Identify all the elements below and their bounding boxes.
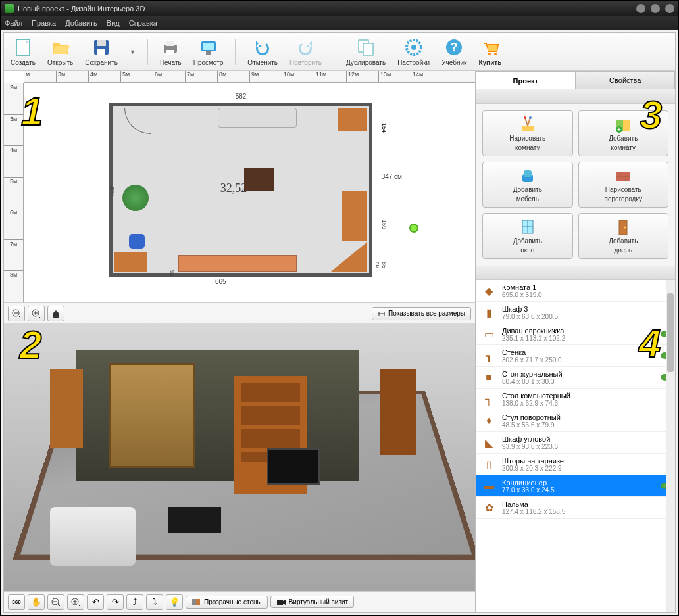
help-button[interactable]: ?Учебник [441, 37, 466, 66]
sofa-bottom-plan[interactable] [178, 255, 297, 272]
menu-help[interactable]: Справка [129, 19, 157, 27]
zoom-in-3d-button[interactable] [67, 594, 84, 610]
save-button[interactable]: Сохранить [85, 37, 118, 66]
ruler-horizontal: м3м4м5м6м7м8м9м10м11м12м13м14м [24, 71, 475, 83]
list-item[interactable]: ▮Шкаф 379.0 x 63.6 x 200.5 [476, 302, 675, 323]
menu-view[interactable]: Вид [107, 19, 120, 27]
list-item[interactable]: ✿Пальма127.4 x 116.2 x 158.5 [476, 497, 675, 519]
print-button[interactable]: Печать [160, 37, 182, 66]
object-icon: ▬ [481, 478, 497, 494]
svg-line-30 [58, 604, 60, 606]
toolbar: Создать Открыть Сохранить ▼ Печать Просм… [4, 33, 675, 71]
close-button[interactable] [665, 4, 674, 13]
object-icon: ✿ [481, 500, 497, 515]
settings-button[interactable]: Настройки [397, 37, 430, 66]
svg-rect-47 [524, 170, 532, 177]
add-window-button[interactable]: Добавитьокно [482, 213, 573, 259]
list-item[interactable]: ◆Комната 1695.0 x 519.0 [476, 280, 675, 302]
minimize-button[interactable] [636, 4, 645, 13]
object-dims: 127.4 x 116.2 x 158.5 [502, 508, 670, 515]
sofa-top-plan[interactable] [218, 108, 297, 128]
list-item[interactable]: ■Стол журнальный80.4 x 80.1 x 30.3 [476, 367, 675, 389]
rotate-360-button[interactable]: 360 [8, 594, 25, 610]
svg-line-23 [38, 316, 40, 318]
rotate-right-button[interactable]: ↷ [107, 594, 124, 610]
scrollbar-thumb[interactable] [667, 293, 674, 372]
draw-room-button[interactable]: Нарисоватькомнату [482, 110, 573, 156]
table-plan[interactable] [244, 168, 274, 191]
svg-text:?: ? [451, 41, 458, 54]
redo-button[interactable]: Повторить [289, 37, 322, 66]
plant-plan[interactable] [122, 185, 149, 211]
draw-wall-button[interactable]: Нарисоватьперегородку [578, 162, 669, 208]
object-name: Кондиционер [502, 479, 655, 486]
list-item[interactable]: ▭Диван еврокнижка235.1 x 113.1 x 102.2 [476, 323, 675, 345]
home-button[interactable] [47, 306, 64, 321]
tab-properties[interactable]: Свойства [576, 71, 676, 89]
preview-button[interactable]: Просмотр [193, 37, 224, 66]
room-outline[interactable]: 582 347 см 159 65 см 154 665 95 489 32,5… [109, 103, 372, 277]
pan-button[interactable]: ✋ [28, 594, 45, 610]
rotate-left-button[interactable]: ↶ [87, 594, 104, 610]
tilt-up-button[interactable]: ⤴ [126, 594, 143, 610]
save-dropdown[interactable]: ▼ [130, 49, 136, 55]
zoom-out-3d-button[interactable] [47, 594, 64, 610]
virtual-visit-button[interactable]: Виртуальный визит [270, 596, 355, 608]
svg-rect-6 [166, 50, 174, 55]
menu-file[interactable]: Файл [5, 19, 22, 27]
object-dims: 302.6 x 71.7 x 250.0 [502, 356, 655, 364]
undo-button[interactable]: Отменить [247, 37, 278, 66]
add-furniture-button[interactable]: Добавитьмебель [482, 162, 573, 208]
door-plan[interactable] [124, 108, 151, 134]
zoom-out-button[interactable] [8, 306, 25, 321]
svg-point-16 [488, 53, 491, 55]
object-dims: 138.0 x 62.9 x 74.6 [502, 400, 670, 407]
add-room-button[interactable]: +Добавитькомнату [578, 110, 669, 156]
sidebar-tabs: Проект Свойства [476, 71, 675, 89]
menu-add[interactable]: Добавить [65, 19, 97, 27]
object-list: ◆Комната 1695.0 x 519.0▮Шкаф 379.0 x 63.… [476, 280, 675, 612]
view-3d[interactable]: 360 ✋ ↶ ↷ ⤴ ⤵ 💡 Прозрачные стены Виртуал… [4, 323, 475, 612]
create-button[interactable]: Создать [11, 37, 36, 66]
list-item[interactable]: ▯Шторы на карнизе200.9 x 20.3 x 222.9 [476, 454, 675, 475]
wardrobe2-plan[interactable] [342, 191, 367, 241]
dimension-bl: 95 [169, 270, 176, 277]
add-door-button[interactable]: Добавитьдверь [578, 213, 669, 259]
tilt-down-button[interactable]: ⤵ [146, 594, 163, 610]
window-title: Новый проект - Дизайн Интерьера 3D [18, 5, 145, 12]
dimensions-icon [378, 310, 386, 318]
show-dimensions-button[interactable]: Показывать все размеры [372, 307, 471, 320]
buy-button[interactable]: Купить [478, 37, 501, 66]
plan-toolbar: Показывать все размеры [4, 302, 475, 323]
menu-edit[interactable]: Правка [32, 19, 56, 27]
plan-2d-view[interactable]: м3м4м5м6м7м8м9м10м11м12м13м14м 2м3м4м5м6… [4, 71, 475, 302]
corner-desk-plan[interactable] [331, 242, 367, 272]
svg-point-40 [524, 116, 526, 119]
list-item[interactable]: ◣Шкаф угловой93.9 x 93.8 x 223.6 [476, 432, 675, 454]
maximize-button[interactable] [651, 4, 660, 13]
chair-plan[interactable] [129, 234, 145, 249]
tab-project[interactable]: Проект [476, 71, 576, 89]
object-name: Стол компьютерный [502, 392, 670, 400]
duplicate-button[interactable]: Дублировать [346, 37, 386, 66]
svg-line-20 [18, 316, 20, 318]
svg-rect-11 [363, 43, 373, 55]
object-icon: ┐ [481, 391, 497, 407]
svg-text:+: + [617, 126, 621, 133]
open-button[interactable]: Открыть [47, 37, 73, 66]
list-item[interactable]: ♦Стул поворотный48.5 x 56.6 x 79.9 [476, 410, 675, 432]
view3d-toolbar: 360 ✋ ↶ ↷ ⤴ ⤵ 💡 Прозрачные стены Виртуал… [4, 591, 475, 612]
object-icon: ■ [481, 369, 497, 385]
svg-rect-39 [522, 126, 534, 131]
scrollbar[interactable] [666, 280, 675, 612]
transparent-walls-button[interactable]: Прозрачные стены [186, 596, 268, 609]
list-item[interactable]: ┓Стенка302.6 x 71.7 x 250.0 [476, 345, 675, 367]
list-item[interactable]: ▬Кондиционер77.0 x 33.0 x 24.5 [476, 475, 675, 497]
wardrobe-plan[interactable] [338, 108, 367, 131]
object-icon: ▭ [481, 326, 497, 342]
zoom-in-button[interactable] [28, 306, 45, 321]
lighting-button[interactable]: 💡 [166, 594, 183, 610]
list-item[interactable]: ┐Стол компьютерный138.0 x 62.9 x 74.6 [476, 389, 675, 410]
resize-handle[interactable] [409, 224, 418, 233]
desk-plan[interactable] [114, 252, 147, 272]
